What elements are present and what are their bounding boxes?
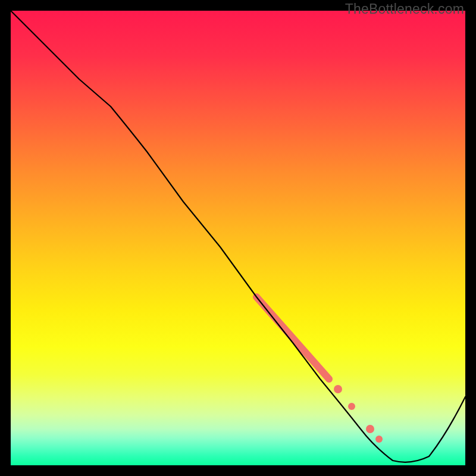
- curve-path: [11, 11, 465, 462]
- highlight-dot: [334, 385, 342, 393]
- plot-area: [11, 11, 465, 465]
- chart-frame: TheBottleneck.com: [0, 0, 476, 476]
- highlight-dot: [348, 403, 355, 410]
- line-series: [11, 11, 465, 465]
- highlight-dot: [375, 436, 383, 443]
- highlight-segment: [256, 297, 329, 379]
- highlight-dot: [366, 425, 374, 433]
